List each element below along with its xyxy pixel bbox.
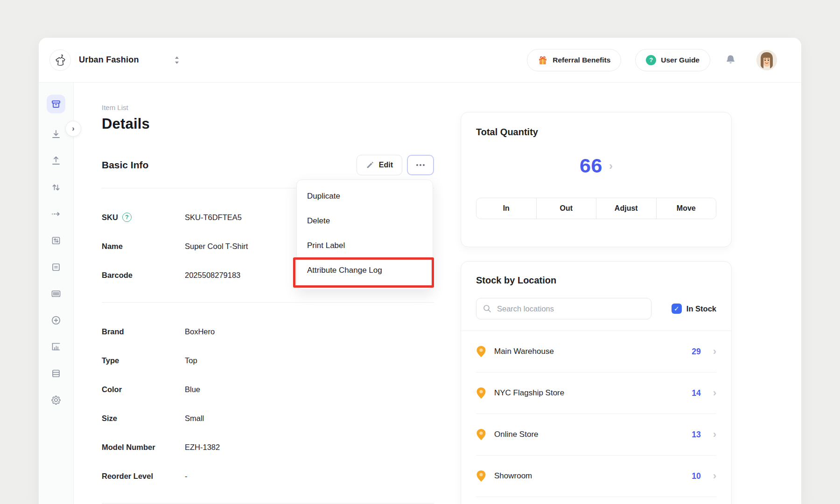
location-row[interactable]: Online Store 13 › <box>476 414 716 455</box>
sku-help-icon[interactable]: ? <box>122 213 132 222</box>
download-icon <box>50 129 62 140</box>
total-quantity-card: Total Quantity 66 › In Out Adjust Move <box>461 112 732 247</box>
field-label: Color <box>102 385 185 394</box>
user-guide-label: User Guide <box>661 56 700 64</box>
stock-by-location-title: Stock by Location <box>476 275 716 286</box>
gift-icon <box>538 55 548 65</box>
sidebar-item-notes[interactable] <box>50 262 62 273</box>
chevron-right-icon: › <box>713 428 716 441</box>
field-label: Brand <box>102 327 185 336</box>
basic-info-title: Basic Info <box>102 159 148 171</box>
total-quantity-title: Total Quantity <box>476 127 716 138</box>
more-actions-button[interactable] <box>407 155 434 175</box>
location-pin-icon <box>476 470 486 482</box>
field-value: Blue <box>185 385 200 394</box>
breadcrumb[interactable]: Item List <box>102 104 434 111</box>
field-row: Model Number EZH-1382 <box>102 433 434 462</box>
adjust-button[interactable]: Adjust <box>596 198 656 219</box>
field-value: Super Cool T-Shirt <box>185 242 248 251</box>
sidebar-item-data[interactable] <box>50 368 62 379</box>
menu-item-attribute-change-log[interactable]: Attribute Change Log <box>297 258 433 283</box>
location-row[interactable]: NYC Flagship Store 14 › <box>476 373 716 414</box>
field-row: Reorder Level - <box>102 462 434 490</box>
location-qty: 14 <box>692 388 700 398</box>
avatar-memoji <box>756 50 777 70</box>
field-row: Brand BoxHero <box>102 317 434 346</box>
sidebar-item-adjust[interactable] <box>50 182 62 193</box>
referral-benefits-button[interactable]: Referral Benefits <box>527 49 621 71</box>
chevron-right-icon: › <box>713 345 716 358</box>
referral-benefits-label: Referral Benefits <box>553 56 610 64</box>
app-window: Urban Fashion Referral Benefits ? User G… <box>39 38 801 504</box>
sidebar-item-stock-out[interactable] <box>50 155 62 166</box>
location-name: NYC Flagship Store <box>494 388 564 398</box>
in-button[interactable]: In <box>476 198 536 219</box>
pencil-icon <box>366 161 374 169</box>
in-stock-checkbox[interactable]: ✓ <box>672 304 682 314</box>
search-locations-input[interactable] <box>476 298 651 319</box>
menu-item-delete[interactable]: Delete <box>297 208 433 233</box>
location-name: Main Warehouse <box>494 347 554 356</box>
barcode-icon <box>50 288 62 299</box>
edit-button[interactable]: Edit <box>357 155 402 175</box>
app-header: Urban Fashion Referral Benefits ? User G… <box>39 38 801 83</box>
gear-icon <box>50 394 62 406</box>
swap-vertical-icon <box>50 182 62 193</box>
field-row: Type Top <box>102 346 434 375</box>
upload-icon <box>50 155 62 166</box>
field-value: EZH-1382 <box>185 443 220 452</box>
sidebar-collapse-button[interactable]: › <box>65 121 81 137</box>
notifications-bell-icon[interactable] <box>724 54 737 66</box>
field-label: Size <box>102 414 185 423</box>
sidebar-item-add[interactable] <box>50 315 62 326</box>
sidebar-item-barcode[interactable] <box>50 288 62 299</box>
divider <box>102 503 434 504</box>
stock-by-location-card: Stock by Location ✓ In S <box>461 261 732 504</box>
in-stock-filter[interactable]: ✓ In Stock <box>672 304 716 314</box>
workspace-name[interactable]: Urban Fashion <box>79 55 139 65</box>
document-icon <box>50 262 62 273</box>
location-qty: 29 <box>692 347 700 357</box>
page-title: Details <box>102 116 434 132</box>
tshirt-hanger-icon <box>53 53 67 67</box>
search-icon <box>483 304 492 315</box>
workspace-switcher-icon[interactable] <box>174 56 180 64</box>
location-pin-icon <box>476 387 486 399</box>
total-quantity-link[interactable]: 66 › <box>476 154 716 177</box>
ellipsis-icon <box>416 164 418 166</box>
sidebar-item-analytics[interactable] <box>50 341 62 352</box>
user-guide-button[interactable]: ? User Guide <box>635 49 710 71</box>
field-value: BoxHero <box>185 327 215 336</box>
sidebar-item-stock-in[interactable] <box>50 129 62 140</box>
workspace-logo <box>49 49 71 71</box>
field-label: Reorder Level <box>102 472 185 481</box>
field-row: Color Blue <box>102 375 434 404</box>
menu-item-print-label[interactable]: Print Label <box>297 233 433 258</box>
location-pin-icon <box>476 345 486 358</box>
sidebar-item-transactions[interactable] <box>50 235 62 246</box>
sidebar-item-items[interactable] <box>47 95 65 113</box>
field-value: Top <box>185 356 197 365</box>
box-icon <box>50 98 62 110</box>
user-avatar[interactable] <box>756 50 777 70</box>
sidebar-item-settings[interactable] <box>50 394 62 406</box>
field-label: SKU <box>102 213 118 222</box>
question-icon: ? <box>646 55 656 65</box>
field-label: Type <box>102 356 185 365</box>
field-label: Model Number <box>102 443 185 452</box>
field-value: SKU-T6DFTEA5 <box>185 213 242 222</box>
location-qty: 13 <box>692 430 700 440</box>
stacked-rows-icon <box>50 368 62 379</box>
location-row[interactable]: Showroom 10 › <box>476 456 716 497</box>
in-stock-label: In Stock <box>686 304 716 313</box>
chevron-right-icon: › <box>609 160 613 172</box>
menu-item-duplicate[interactable]: Duplicate <box>297 184 433 208</box>
move-button[interactable]: Move <box>656 198 716 219</box>
field-row: Size Small <box>102 404 434 433</box>
edit-button-label: Edit <box>379 161 393 169</box>
location-name: Showroom <box>494 471 532 481</box>
location-row[interactable]: Main Warehouse 29 › <box>476 331 716 372</box>
out-button[interactable]: Out <box>536 198 596 219</box>
sidebar-item-move[interactable] <box>50 208 62 220</box>
field-value: - <box>185 472 188 481</box>
